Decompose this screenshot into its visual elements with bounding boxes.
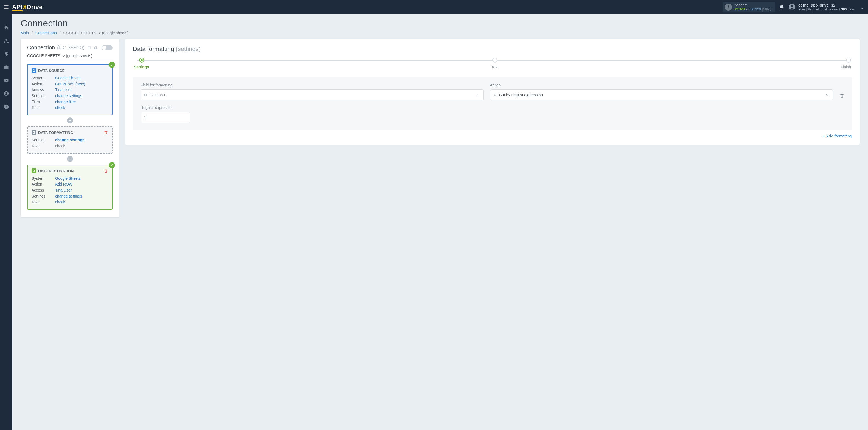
chevron-down-icon [476,93,480,97]
kv-link[interactable]: Google Sheets [55,76,81,80]
kv-link[interactable]: Tina User [55,188,72,192]
side-nav: ? [0,14,12,430]
kv-key: Settings [32,137,55,143]
kv-link[interactable]: Add ROW [55,182,72,186]
gear-icon[interactable] [93,45,98,50]
svg-rect-15 [88,46,90,49]
field-select[interactable]: Column F [141,89,484,100]
kv-link[interactable]: change settings [55,94,82,98]
svg-rect-6 [4,42,5,43]
data-source-block: ✓ 1DATA SOURCE SystemGoogle SheetsAction… [27,64,113,115]
kv-row: ActionGet ROWS (new) [32,81,108,87]
connection-card: Connection (ID: 38910) GOOGLE SHEETS -> … [21,39,119,217]
breadcrumb: Main / Connections / GOOGLE SHEETS -> (g… [21,31,860,35]
add-between-button-2[interactable]: + [67,156,73,162]
kv-row: SystemGoogle Sheets [32,176,108,182]
step-test[interactable]: Test [492,58,499,69]
kv-key: System [32,75,55,81]
svg-point-12 [5,92,7,94]
home-icon[interactable] [4,25,9,30]
kv-key: Access [32,87,55,93]
account-icon[interactable] [4,91,9,96]
info-icon: i [725,4,732,11]
data-formatting-panel: Data formatting (settings) Settings Test… [125,39,860,145]
kv-key: Test [32,143,55,149]
svg-text:?: ? [5,105,7,109]
kv-key: System [32,176,55,182]
kv-key: Action [32,81,55,87]
logo[interactable]: APIXDrive [12,4,42,11]
kv-link[interactable]: check [55,200,65,204]
kv-link[interactable]: Get ROWS (new) [55,82,85,86]
topbar: APIXDrive i Actions: 25'161 of 50'000 (5… [0,0,868,14]
kv-row: SystemGoogle Sheets [32,75,108,81]
user-icon [788,4,796,11]
kv-key: Access [32,187,55,193]
data-destination-block: ✓ 3DATA DESTINATION SystemGoogle SheetsA… [27,165,113,210]
add-between-button[interactable]: + [67,118,73,123]
field-for-formatting-label: Field for formatting [141,83,484,87]
stepper: Settings Test Finish [134,58,851,69]
add-formatting-link[interactable]: +Add formatting [133,134,852,138]
kv-row: Settingschange settings [32,93,108,99]
username: demo_apix-drive_s2 [798,3,855,7]
connection-path: GOOGLE SHEETS -> (google sheets) [27,54,113,60]
check-icon: ✓ [109,162,115,168]
kv-key: Settings [32,93,55,99]
regex-input[interactable] [141,112,190,123]
sitemap-icon[interactable] [4,38,9,43]
delete-row-icon[interactable] [839,93,844,98]
chevron-down-icon[interactable]: ⌄ [860,4,864,10]
svg-rect-8 [4,66,8,69]
crumb-current: GOOGLE SHEETS -> (google sheets) [63,31,129,35]
kv-link[interactable]: change filter [55,100,76,104]
actions-used: 25'161 [735,7,745,11]
kv-value: check [55,144,65,148]
kv-key: Settings [32,193,55,199]
svg-rect-5 [5,39,7,40]
user-menu[interactable]: demo_apix-drive_s2 Plan |Start| left unt… [788,3,864,11]
connection-id: (ID: 38910) [57,44,85,51]
data-formatting-block: 2DATA FORMATTING Settingschange settings… [27,126,113,153]
step-finish[interactable]: Finish [841,58,851,69]
kv-link[interactable]: Google Sheets [55,176,81,181]
regex-label: Regular expression [141,105,844,110]
help-icon[interactable]: ? [4,104,9,110]
youtube-icon[interactable] [4,78,9,83]
trash-icon[interactable] [104,130,108,135]
step-settings[interactable]: Settings [134,58,149,69]
copy-icon[interactable] [87,45,91,50]
kv-key: Test [32,199,55,205]
briefcase-icon[interactable] [4,64,9,70]
kv-link[interactable]: change settings [55,194,82,198]
menu-icon [4,4,9,10]
kv-link[interactable]: change settings [55,138,85,142]
panel-subtitle: (settings) [176,45,200,53]
kv-key: Test [32,105,55,111]
connection-title: Connection [27,44,55,51]
action-label: Action [490,83,833,87]
connection-toggle[interactable] [101,45,113,51]
bell-icon [779,4,784,10]
hamburger-button[interactable] [2,3,10,11]
action-select[interactable]: Cut by regular expression [490,89,833,100]
kv-link[interactable]: Tina User [55,88,72,92]
svg-rect-7 [7,42,8,43]
page-title: Connection [21,18,860,29]
actions-of: of [746,7,749,11]
actions-pct: (50%) [762,7,771,11]
kv-link[interactable]: check [55,105,65,110]
crumb-main[interactable]: Main [21,31,29,35]
notifications-button[interactable] [779,4,784,10]
dollar-icon[interactable] [4,51,9,57]
kv-row: Settingschange settings [32,193,108,199]
kv-row: AccessTina User [32,87,108,93]
crumb-connections[interactable]: Connections [35,31,57,35]
kv-row: Settingschange settings [32,137,108,143]
actions-counter[interactable]: i Actions: 25'161 of 50'000 (50%) [722,2,775,12]
svg-point-4 [791,5,793,7]
trash-icon[interactable] [104,169,108,173]
kv-key: Action [32,181,55,187]
kv-key: Filter [32,99,55,105]
plan-info: Plan |Start| left until payment 360 days [798,7,855,11]
